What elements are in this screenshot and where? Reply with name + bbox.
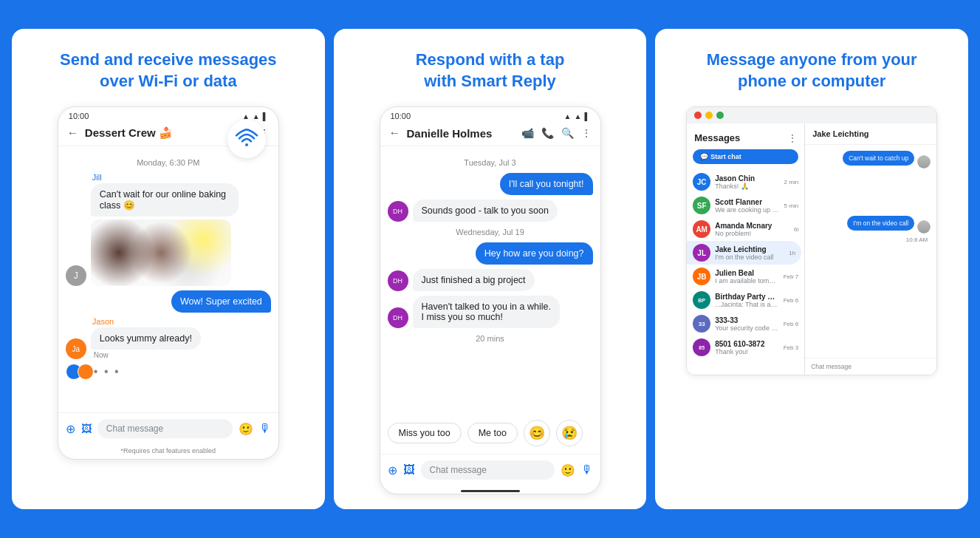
chat-row-sent-1: Wow! Super excited (66, 290, 271, 313)
contact-name-6: 333-33 (715, 316, 779, 324)
contact-preview-1: We are cooking up a storm (715, 206, 779, 214)
battery-icon: ▌ (263, 112, 268, 120)
status-time-1: 10:00 (69, 112, 89, 120)
status-icons-2: ▲ ▲ ▌ (564, 112, 590, 120)
contact-avatar-6: 33 (693, 315, 710, 333)
bubble-jill: Can't wait for our online baking class 😊 (91, 183, 239, 217)
desktop-user-avatar (917, 155, 931, 168)
add-icon-1[interactable]: ⊕ (66, 422, 75, 436)
sender-name-jason: Jason (92, 317, 271, 326)
typing-avatar-2 (78, 364, 94, 380)
contact-row-7[interactable]: 85 8501 610-3872 Thank you! Feb 3 (687, 336, 804, 359)
jason-bubble-wrapper: Looks yummy already! Now (91, 327, 201, 359)
back-icon-2[interactable]: ← (389, 126, 401, 140)
desktop-time-label: 10:8 AM (811, 236, 931, 243)
new-chat-button[interactable]: 💬 Start chat (693, 149, 798, 164)
maximize-dot[interactable] (716, 112, 724, 119)
contact-avatar-2: AM (693, 220, 710, 238)
sent-bubble-1: Wow! Super excited (171, 290, 271, 313)
desktop-body: Messages ⋮ 💬 Start chat JC Jason Chin Th… (687, 123, 936, 375)
contact-avatar-5: BP (693, 291, 710, 309)
chat-title-1: Dessert Crew 🍰 (85, 126, 239, 140)
desktop-chat-body: Can't wait to catch up I'm on the video … (805, 145, 936, 358)
new-chat-icon: 💬 (700, 153, 708, 160)
chat-row-sent-p2-1: I'll call you tonight! (388, 173, 593, 195)
panel-wifi: Send and receive messages over Wi-Fi or … (12, 29, 325, 509)
chat-body-2: Tuesday, Jul 3 I'll call you tonight! DH… (380, 146, 600, 412)
contact-time-0: 2 min (784, 179, 799, 185)
panel3-title: Message anyone from your phone or comput… (707, 50, 917, 92)
contact-info-1: Scott Flanner We are cooking up a storm (715, 198, 779, 214)
phone-icon[interactable]: 📞 (541, 127, 554, 139)
attach-icon-1[interactable]: 🖼 (81, 423, 92, 435)
input-bar-1[interactable]: ⊕ 🖼 Chat message 🙂 🎙 (58, 412, 278, 444)
requires-note: *Requires chat features enabled (58, 444, 278, 459)
close-dot[interactable] (694, 112, 702, 119)
desktop-user-avatar-2 (917, 220, 931, 234)
input-field-2[interactable]: Chat message (421, 460, 555, 480)
desktop-chat-area: Jake Leichting Can't wait to catch up (805, 123, 936, 375)
contact-row-2[interactable]: AM Amanda Mcnary No problem! 6i (687, 217, 804, 241)
desktop-input-field[interactable]: Chat message (811, 363, 931, 370)
avatar-jason: Ja (66, 338, 86, 359)
contact-preview-7: Thank you! (715, 348, 779, 355)
add-icon-2[interactable]: ⊕ (388, 463, 397, 477)
contact-row-4[interactable]: JB Julien Beal I am available tomorrow a… (687, 265, 804, 288)
back-icon[interactable]: ← (67, 126, 79, 140)
input-bar-2[interactable]: ⊕ 🖼 Chat message 🙂 🎙 (380, 454, 600, 486)
desktop-sidebar: Messages ⋮ 💬 Start chat JC Jason Chin Th… (687, 123, 805, 375)
contact-avatar-7: 85 (693, 338, 710, 356)
battery-icon-2: ▌ (584, 112, 589, 120)
video-icon[interactable]: 📹 (521, 127, 534, 139)
input-field-1[interactable]: Chat message (97, 419, 233, 438)
contact-info-5: Birthday Party Planning ...Jacinta: That… (715, 293, 779, 308)
contact-avatar-1: SF (693, 197, 710, 214)
more-icon-2[interactable]: ⋮ (581, 127, 592, 139)
desktop-titlebar (687, 107, 936, 123)
emoji-icon-2[interactable]: 🙂 (561, 463, 575, 477)
chat-row-p2-1: DH Sounds good - talk to you soon (388, 200, 593, 222)
contact-row-5[interactable]: BP Birthday Party Planning ...Jacinta: T… (687, 288, 804, 312)
contact-name-7: 8501 610-3872 (715, 340, 779, 348)
sidebar-title: Messages (694, 132, 740, 143)
contact-avatar-4: JB (693, 268, 710, 285)
contact-row-6[interactable]: 33 333-33 Your security code is: 0C103 F… (687, 312, 804, 336)
attach-icon-2[interactable]: 🖼 (403, 463, 415, 477)
contact-time-6: Feb 6 (784, 321, 798, 327)
wifi-circle (227, 120, 266, 158)
phone-mockup-1: 10:00 ▲ ▲ ▌ ← Dessert Crew 🍰 🔍 ⋮ (58, 106, 279, 460)
desktop-input-bar[interactable]: Chat message (805, 358, 936, 375)
contact-time-5: Feb 6 (784, 297, 798, 304)
chat-title-2: Danielle Holmes (407, 127, 521, 140)
smart-reply-row: Miss you too Me too 😊 😢 (380, 412, 600, 454)
contact-row-0[interactable]: JC Jason Chin Thanks! 🙏 2 min (687, 170, 804, 194)
smart-reply-chip-1[interactable]: Miss you too (388, 423, 462, 443)
smart-reply-chip-2[interactable]: Me too (467, 423, 518, 443)
contact-row-3[interactable]: JL Jake Leichting I'm on the video call … (687, 241, 801, 265)
contact-preview-6: Your security code is: 0C103 (715, 324, 779, 332)
avatar-danielle-1: DH (388, 201, 408, 222)
contact-time-7: Feb 3 (784, 344, 798, 351)
contact-info-0: Jason Chin Thanks! 🙏 (715, 174, 779, 190)
mic-icon-2[interactable]: 🎙 (581, 463, 593, 477)
bubble-p2-1: Sounds good - talk to you soon (413, 200, 558, 222)
contact-name-5: Birthday Party Planning (715, 293, 779, 301)
contact-info-6: 333-33 Your security code is: 0C103 (715, 316, 779, 332)
contact-preview-4: I am available tomorrow at 7PM (715, 277, 779, 285)
header-action-icons-2: 📹 📞 🔍 ⋮ (521, 127, 592, 139)
avatar-jill: J (66, 265, 86, 286)
timestamp-jason: Now (94, 351, 201, 359)
wifi-status-icon: ▲ (253, 112, 260, 120)
emoji-icon-1[interactable]: 🙂 (239, 422, 253, 436)
contact-row-1[interactable]: SF Scott Flanner We are cooking up a sto… (687, 194, 804, 217)
search-icon-2[interactable]: 🔍 (561, 127, 574, 139)
sidebar-more-icon[interactable]: ⋮ (788, 133, 797, 143)
contact-name-3: Jake Leichting (715, 245, 784, 253)
emoji-chip-1[interactable]: 😊 (524, 420, 550, 446)
minimize-dot[interactable] (705, 112, 713, 119)
contact-preview-3: I'm on the video call (715, 253, 784, 261)
mic-icon-1[interactable]: 🎙 (259, 422, 271, 435)
signal-icon-2: ▲ (564, 112, 572, 120)
emoji-chip-2[interactable]: 😢 (556, 420, 583, 446)
chat-date2-1: Tuesday, Jul 3 (388, 158, 593, 167)
